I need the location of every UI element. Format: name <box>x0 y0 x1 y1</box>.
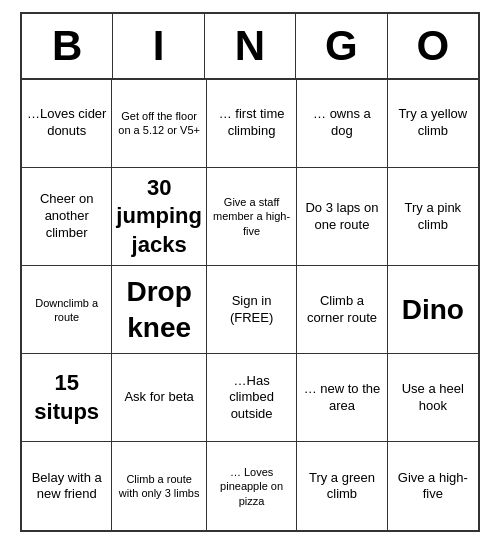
bingo-cell-8[interactable]: Do 3 laps on one route <box>297 168 387 267</box>
bingo-card: BINGO …Loves cider donutsGet off the flo… <box>20 12 480 533</box>
bingo-cell-19[interactable]: Use a heel hook <box>388 354 478 442</box>
bingo-cell-18[interactable]: … new to the area <box>297 354 387 442</box>
bingo-cell-15[interactable]: 15 situps <box>22 354 112 442</box>
bingo-header: BINGO <box>22 14 478 80</box>
bingo-letter-i: I <box>113 14 204 80</box>
bingo-letter-n: N <box>205 14 296 80</box>
bingo-cell-9[interactable]: Try a pink climb <box>388 168 478 267</box>
bingo-cell-22[interactable]: … Loves pineapple on pizza <box>207 442 297 530</box>
bingo-cell-2[interactable]: … first time climbing <box>207 80 297 168</box>
bingo-cell-13[interactable]: Climb a corner route <box>297 266 387 354</box>
bingo-cell-14[interactable]: Dino <box>388 266 478 354</box>
bingo-letter-g: G <box>296 14 387 80</box>
bingo-cell-7[interactable]: Give a staff member a high-five <box>207 168 297 267</box>
bingo-cell-23[interactable]: Try a green climb <box>297 442 387 530</box>
bingo-grid: …Loves cider donutsGet off the floor on … <box>22 80 478 531</box>
bingo-cell-10[interactable]: Downclimb a route <box>22 266 112 354</box>
bingo-cell-17[interactable]: …Has climbed outside <box>207 354 297 442</box>
bingo-cell-12[interactable]: Sign in (FREE) <box>207 266 297 354</box>
bingo-cell-11[interactable]: Drop knee <box>112 266 207 354</box>
bingo-cell-16[interactable]: Ask for beta <box>112 354 207 442</box>
bingo-cell-3[interactable]: … owns a dog <box>297 80 387 168</box>
bingo-cell-0[interactable]: …Loves cider donuts <box>22 80 112 168</box>
bingo-cell-20[interactable]: Belay with a new friend <box>22 442 112 530</box>
bingo-cell-6[interactable]: 30 jumping jacks <box>112 168 207 267</box>
bingo-letter-o: O <box>388 14 478 80</box>
bingo-cell-4[interactable]: Try a yellow climb <box>388 80 478 168</box>
bingo-cell-24[interactable]: Give a high-five <box>388 442 478 530</box>
bingo-cell-21[interactable]: Climb a route with only 3 limbs <box>112 442 207 530</box>
bingo-letter-b: B <box>22 14 113 80</box>
bingo-cell-1[interactable]: Get off the floor on a 5.12 or V5+ <box>112 80 207 168</box>
bingo-cell-5[interactable]: Cheer on another climber <box>22 168 112 267</box>
